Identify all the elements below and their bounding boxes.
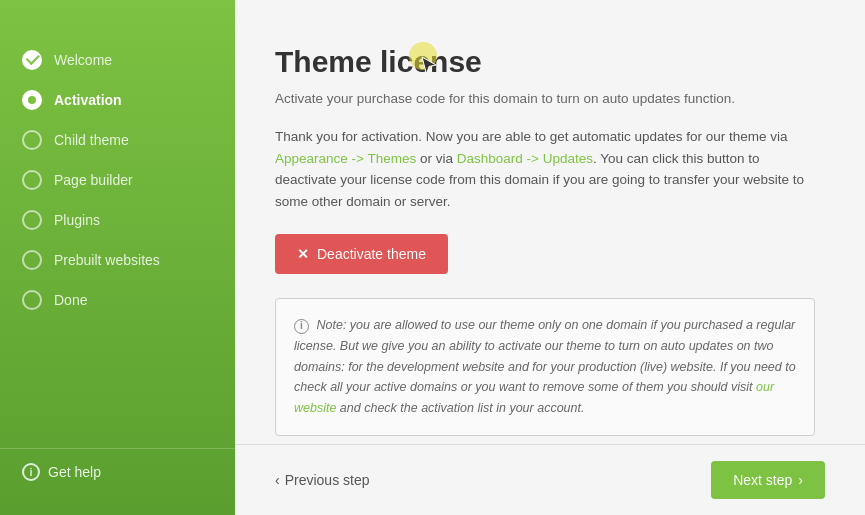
sidebar: Welcome Activation Child theme Page buil… bbox=[0, 0, 235, 515]
step-circle-welcome bbox=[22, 50, 42, 70]
sidebar-label-plugins: Plugins bbox=[54, 212, 100, 228]
desc-text-1: Thank you for activation. Now you are ab… bbox=[275, 129, 788, 144]
sidebar-label-activation: Activation bbox=[54, 92, 122, 108]
subtitle: Activate your purchase code for this dom… bbox=[275, 91, 815, 106]
step-circle-plugins bbox=[22, 210, 42, 230]
page-title: Theme license bbox=[275, 45, 815, 79]
sidebar-label-prebuilt: Prebuilt websites bbox=[54, 252, 160, 268]
deactivate-button[interactable]: ✕ Deactivate theme bbox=[275, 234, 448, 274]
step-circle-prebuilt bbox=[22, 250, 42, 270]
step-circle-child-theme bbox=[22, 130, 42, 150]
sidebar-item-prebuilt[interactable]: Prebuilt websites bbox=[0, 240, 235, 280]
sidebar-item-done[interactable]: Done bbox=[0, 280, 235, 320]
link-appearance[interactable]: Appearance -> Themes bbox=[275, 151, 416, 166]
step-circle-done bbox=[22, 290, 42, 310]
content-area: Theme license Activate your purchase cod… bbox=[235, 0, 865, 444]
deactivate-label: Deactivate theme bbox=[317, 246, 426, 262]
info-icon: i bbox=[22, 463, 40, 481]
next-button[interactable]: Next step › bbox=[711, 461, 825, 499]
desc-text-2: or via bbox=[416, 151, 457, 166]
get-help-button[interactable]: i Get help bbox=[0, 448, 235, 495]
sidebar-item-welcome[interactable]: Welcome bbox=[0, 40, 235, 80]
main-content: Theme license Activate your purchase cod… bbox=[235, 0, 865, 515]
sidebar-item-activation[interactable]: Activation bbox=[0, 80, 235, 120]
get-help-label: Get help bbox=[48, 464, 101, 480]
prev-label: Previous step bbox=[285, 472, 370, 488]
chevron-left-icon: ‹ bbox=[275, 472, 280, 488]
note-info-icon: i bbox=[294, 319, 309, 334]
sidebar-label-done: Done bbox=[54, 292, 87, 308]
step-circle-activation bbox=[22, 90, 42, 110]
prev-button[interactable]: ‹ Previous step bbox=[275, 472, 370, 488]
sidebar-label-welcome: Welcome bbox=[54, 52, 112, 68]
footer-nav: ‹ Previous step Next step › bbox=[235, 444, 865, 515]
x-icon: ✕ bbox=[297, 246, 309, 262]
link-dashboard[interactable]: Dashboard -> Updates bbox=[457, 151, 593, 166]
sidebar-label-child-theme: Child theme bbox=[54, 132, 129, 148]
sidebar-item-plugins[interactable]: Plugins bbox=[0, 200, 235, 240]
sidebar-item-child-theme[interactable]: Child theme bbox=[0, 120, 235, 160]
note-box: i Note: you are allowed to use our theme… bbox=[275, 298, 815, 435]
sidebar-nav: Welcome Activation Child theme Page buil… bbox=[0, 30, 235, 438]
next-label: Next step bbox=[733, 472, 792, 488]
sidebar-label-page-builder: Page builder bbox=[54, 172, 133, 188]
note-text: i Note: you are allowed to use our theme… bbox=[294, 315, 796, 418]
note-text-content: Note: you are allowed to use our theme o… bbox=[294, 318, 796, 394]
note-text-2: and check the activation list in your ac… bbox=[336, 401, 584, 415]
step-circle-page-builder bbox=[22, 170, 42, 190]
sidebar-item-page-builder[interactable]: Page builder bbox=[0, 160, 235, 200]
description: Thank you for activation. Now you are ab… bbox=[275, 126, 815, 212]
chevron-right-icon: › bbox=[798, 472, 803, 488]
